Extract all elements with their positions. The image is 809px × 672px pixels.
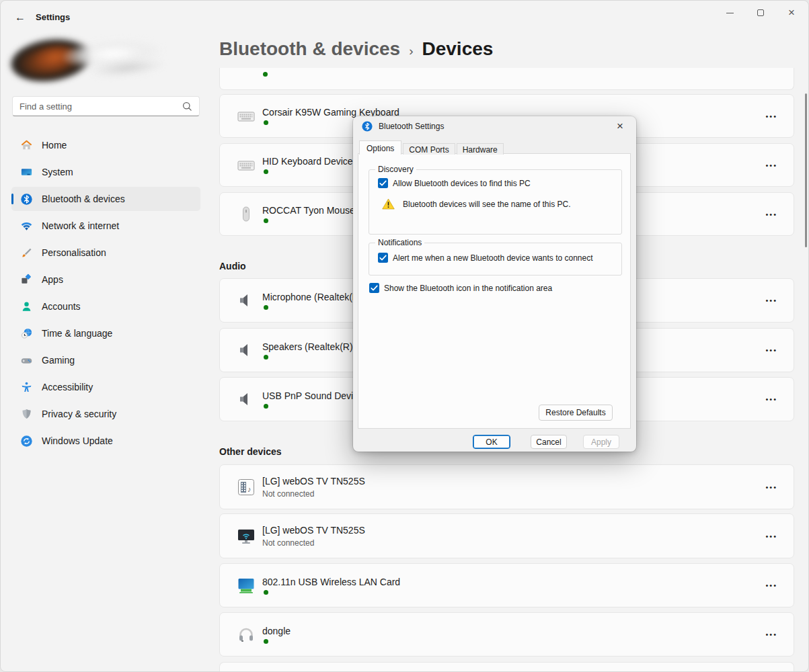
warning-icon — [382, 198, 395, 210]
wifi-icon — [20, 220, 33, 233]
breadcrumb: Bluetooth & devices › Devices — [219, 38, 493, 60]
options-tab-page: Discovery Allow Bluetooth devices to fin… — [358, 153, 631, 429]
maximize-button[interactable] — [745, 1, 776, 25]
more-options-button[interactable]: ••• — [765, 296, 777, 304]
tab-hardware[interactable]: Hardware — [457, 143, 504, 155]
apply-button: Apply — [583, 435, 619, 449]
sidebar-item-windows-update[interactable]: Windows Update — [11, 429, 200, 453]
device-name: USB PnP Sound Device — [262, 390, 363, 401]
discovery-legend: Discovery — [375, 165, 416, 174]
connected-dot — [264, 305, 268, 310]
cancel-button[interactable]: Cancel — [531, 435, 567, 449]
bluetooth-icon — [20, 193, 33, 206]
more-options-button[interactable]: ••• — [765, 395, 777, 403]
person-icon — [20, 300, 33, 313]
sidebar-item-label: Gaming — [42, 355, 75, 366]
sidebar-item-label: Windows Update — [42, 435, 113, 446]
tab-com-ports[interactable]: COM Ports — [403, 143, 455, 155]
network-adapter-icon — [236, 575, 256, 595]
device-card-lg-webos-tv-1[interactable]: ♪ [LG] webOS TV TN525S Not connected ••• — [219, 464, 794, 509]
section-header-audio: Audio — [219, 261, 246, 271]
connected-dot — [264, 218, 268, 223]
device-status: Not connected — [262, 538, 365, 548]
discovery-groupbox: Discovery Allow Bluetooth devices to fin… — [369, 169, 622, 235]
sidebar-item-label: Apps — [42, 274, 63, 285]
clock-globe-icon — [20, 327, 33, 340]
sidebar-item-apps[interactable]: Apps — [11, 267, 200, 292]
sidebar-item-personalisation[interactable]: Personalisation — [11, 241, 200, 265]
home-icon — [20, 139, 33, 152]
page-title: Devices — [422, 38, 494, 60]
shield-icon — [20, 408, 33, 421]
sidebar-item-label: System — [42, 167, 73, 177]
checkbox-checked-icon[interactable] — [378, 178, 388, 188]
svg-text:♪: ♪ — [247, 485, 252, 493]
more-options-button[interactable]: ••• — [765, 112, 777, 120]
window-controls: × — [714, 1, 807, 25]
vertical-scrollbar-thumb[interactable] — [805, 93, 807, 247]
device-card-partial-top[interactable] — [219, 68, 794, 90]
sidebar-item-home[interactable]: Home — [11, 133, 200, 157]
accessibility-icon — [20, 381, 33, 394]
device-card-dongle[interactable]: dongle ••• — [219, 612, 794, 657]
restore-defaults-button[interactable]: Restore Defaults — [539, 405, 613, 421]
sidebar-item-label: Accessibility — [42, 382, 93, 392]
checkbox-checked-icon[interactable] — [369, 283, 379, 293]
minimize-button[interactable] — [714, 1, 745, 25]
sidebar-item-label: Home — [42, 140, 67, 151]
sidebar-item-label: Bluetooth & devices — [42, 194, 125, 204]
connected-dot — [264, 355, 268, 360]
sidebar-item-label: Accounts — [42, 301, 81, 312]
more-options-button[interactable]: ••• — [765, 210, 777, 218]
sidebar-item-network-internet[interactable]: Network & internet — [11, 214, 200, 238]
alert-checkbox-row[interactable]: Alert me when a new Bluetooth device wan… — [378, 253, 593, 263]
gamepad-icon — [20, 354, 33, 367]
bluetooth-icon — [362, 121, 373, 132]
media-player-icon: ♪ — [236, 477, 256, 497]
search-icon — [182, 101, 192, 112]
connected-dot — [264, 404, 268, 409]
dialog-tab-row: Options COM Ports Hardware — [359, 140, 505, 155]
sidebar-item-gaming[interactable]: Gaming — [11, 348, 200, 372]
user-avatar[interactable] — [10, 36, 163, 83]
more-options-button[interactable]: ••• — [765, 581, 777, 589]
sidebar-item-bluetooth-devices[interactable]: Bluetooth & devices — [11, 187, 200, 211]
more-options-button[interactable]: ••• — [765, 483, 777, 491]
arrow-left-icon: ← — [15, 11, 26, 24]
device-card-partial-bottom[interactable] — [219, 662, 794, 672]
close-button[interactable]: × — [776, 1, 807, 25]
device-card-wireless-lan-card[interactable]: 802.11n USB Wireless LAN Card ••• — [219, 563, 794, 607]
breadcrumb-parent[interactable]: Bluetooth & devices — [219, 38, 400, 60]
keyboard-icon — [236, 106, 256, 126]
dialog-close-button[interactable]: × — [610, 119, 630, 134]
more-options-button[interactable]: ••• — [765, 532, 777, 540]
mouse-icon — [236, 204, 256, 224]
tray-icon-checkbox-row[interactable]: Show the Bluetooth icon in the notificat… — [369, 283, 552, 293]
checkbox-checked-icon[interactable] — [378, 253, 388, 263]
search-box — [12, 96, 200, 116]
close-icon: × — [788, 9, 795, 16]
back-button[interactable]: ← — [10, 9, 30, 26]
device-card-lg-webos-tv-2[interactable]: [LG] webOS TV TN525S Not connected ••• — [219, 513, 794, 558]
ok-button[interactable]: OK — [473, 435, 510, 449]
device-name: [LG] webOS TV TN525S — [262, 476, 365, 487]
sidebar-item-privacy-security[interactable]: Privacy & security — [11, 402, 200, 426]
device-status: Not connected — [262, 489, 365, 499]
tab-options[interactable]: Options — [359, 140, 401, 155]
wireless-display-icon — [236, 526, 256, 546]
sidebar-item-accessibility[interactable]: Accessibility — [11, 375, 200, 399]
sidebar-item-label: Network & internet — [42, 220, 119, 231]
sidebar-item-system[interactable]: System — [11, 160, 200, 184]
close-icon: × — [617, 120, 623, 132]
more-options-button[interactable]: ••• — [765, 630, 777, 638]
more-options-button[interactable]: ••• — [765, 346, 777, 354]
app-title: Settings — [36, 12, 70, 22]
search-input[interactable] — [13, 101, 182, 112]
allow-discovery-checkbox-row[interactable]: Allow Bluetooth devices to find this PC — [378, 178, 531, 188]
sidebar-item-time-language[interactable]: Time & language — [11, 321, 200, 345]
more-options-button[interactable]: ••• — [765, 161, 777, 169]
speaker-icon — [236, 389, 256, 409]
connected-dot — [264, 169, 268, 174]
device-name: 802.11n USB Wireless LAN Card — [262, 577, 400, 587]
sidebar-item-accounts[interactable]: Accounts — [11, 294, 200, 319]
